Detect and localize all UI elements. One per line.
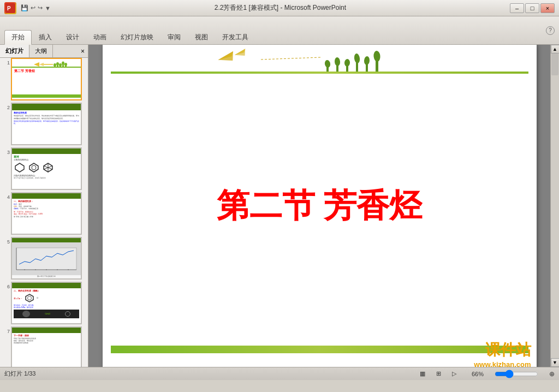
slide-thumb-7: 下一节课：烷烃 甲烷 乙烷 丙烷等烷烃化学性质 烷烃：卤代反应、氧化反应 同系物… [11,326,82,367]
slide-number-2: 2 [0,103,10,110]
watermark-url: www.kjzhan.com [474,360,531,367]
slide-number-5: 5 [0,237,10,245]
tab-view[interactable]: 视图 [188,30,215,44]
svg-point-12 [62,62,64,66]
slide-panel: 幻灯片 大纲 × 1 第二节 芳香烃 [0,45,88,367]
tab-slideshow[interactable]: 幻灯片放映 [114,30,160,44]
slide-number-1: 1 [0,58,10,66]
zoom-slider[interactable] [495,371,538,377]
slide-item-1[interactable]: 1 第二节 芳香烃 [0,58,88,100]
svg-text:P: P [7,5,11,11]
svg-marker-30 [26,294,33,302]
zoom-fit[interactable]: ⊕ [549,370,555,378]
svg-marker-36 [234,49,247,58]
svg-point-47 [364,56,370,66]
slide-item-3[interactable]: 3 苯环 1.苯的结构特点: [0,147,88,190]
panel-tabs: 幻灯片 大纲 × [0,45,88,58]
quick-dropdown[interactable]: ▼ [45,5,51,11]
slide-item-5[interactable]: 5 [0,237,88,280]
tab-animation[interactable]: 动画 [86,30,114,44]
close-panel-button[interactable]: × [78,45,88,57]
svg-marker-16 [29,163,38,172]
ribbon: 开始 插入 设计 动画 幻灯片放映 审阅 视图 开发工具 ? [0,16,559,45]
svg-point-6 [53,63,56,67]
svg-rect-22 [16,248,76,270]
v-scrollbar: ▲ ▼ [550,45,559,367]
scrollbar-up[interactable]: ▲ [551,45,560,54]
tab-review[interactable]: 审阅 [160,30,188,44]
tab-insert[interactable]: 插入 [32,30,59,44]
slide-bottom-bar [111,346,528,353]
ribbon-tab-list: 开始 插入 设计 动画 幻灯片放映 审阅 视图 开发工具 [0,16,260,44]
slide-decoration [201,47,528,75]
restore-button[interactable]: □ [525,3,539,13]
svg-point-31 [28,296,32,300]
slide-item-6[interactable]: 6 二、苯的化学性质（概略） 苯+Cl₂→ [0,282,88,324]
minimize-button[interactable]: – [510,3,524,13]
main-area: 幻灯片 大纲 × 1 第二节 芳香烃 [0,45,559,367]
svg-marker-33 [217,51,235,64]
quick-redo[interactable]: ↪ [38,4,43,11]
svg-marker-15 [15,163,24,172]
svg-point-45 [353,53,360,63]
slide-item-4[interactable]: 4 一、苯的物理性质： 状态：液态 色味：无色，有特殊气味 溶解性：不溶于水，与… [0,192,88,235]
slide-number-3: 3 [0,147,10,155]
view-slideshow[interactable]: ▷ [452,370,456,377]
content-area: 第二节 芳香烃 课件站 www.kjzhan.com [88,45,550,367]
window-title: 2.2芳香烃1 [兼容模式] - Microsoft PowerPoint [51,3,510,13]
tab-start[interactable]: 开始 [4,30,32,45]
app-logo: P [4,2,16,14]
title-bar: P 💾 ↩ ↪ ▼ 2.2芳香烃1 [兼容模式] - Microsoft Pow… [0,0,559,16]
slide-item-2[interactable]: 2 苯的化学性质 苯的卤代反应、硝化反应等化学性质。苯在铁催化作用下与氯反应生成… [0,103,88,145]
svg-point-8 [56,62,59,66]
slide-list: 1 第二节 芳香烃 [0,58,88,367]
slide-info: 幻灯片 1/33 [4,370,35,378]
svg-marker-3 [39,63,44,66]
view-normal[interactable]: ▦ [420,370,425,377]
view-slide-sorter[interactable]: ⊞ [436,370,441,377]
quick-undo[interactable]: ↩ [31,4,35,11]
slide-number-7: 7 [0,326,10,334]
panel-tab-slides[interactable]: 幻灯片 [0,45,29,57]
scrollbar-track[interactable] [551,54,559,358]
svg-point-17 [32,165,36,170]
watermark-title: 课件站 [474,340,531,360]
slide-thumb-6: 二、苯的化学性质（概略） 苯+Cl₂→ Cl [11,282,82,324]
slide-number-6: 6 [0,282,10,289]
slide-thumb-5: 图x-x 苯分子轨道能量分布 [11,237,82,280]
scrollbar-down[interactable]: ▼ [551,358,560,367]
svg-point-10 [59,63,62,67]
slide-number-4: 4 [0,192,10,200]
watermark: 课件站 www.kjzhan.com [474,340,531,367]
svg-line-37 [261,57,321,60]
slide-thumb-3: 苯环 1.苯的结构特点: [11,147,82,190]
slide-stage[interactable]: 第二节 芳香烃 课件站 www.kjzhan.com [103,45,537,367]
svg-point-14 [64,63,67,66]
slide-thumb-2: 苯的化学性质 苯的卤代反应、硝化反应等化学性质。苯在铁催化作用下与氯反应生成氯苯… [11,103,82,145]
svg-point-41 [334,57,340,67]
help-button[interactable]: ? [542,16,559,44]
slide-item-7[interactable]: 7 下一节课：烷烃 甲烷 乙烷 丙烷等烷烃化学性质 烷烃：卤代反应、氧化反应 同… [0,326,88,367]
zoom-level: 66% [472,371,484,377]
slide-thumb-1: 第二节 芳香烃 [11,58,82,100]
window-controls: – □ × [510,3,555,13]
slide-thumb-4: 一、苯的物理性质： 状态：液态 色味：无色，有特殊气味 溶解性：不溶于水，与有机… [11,192,82,235]
quick-save[interactable]: 💾 [21,4,28,11]
slide-title: 第二节 芳香烃 [217,184,423,228]
close-button[interactable]: × [540,3,555,13]
svg-point-39 [324,60,330,68]
svg-marker-2 [34,62,39,67]
svg-point-49 [373,51,380,62]
tab-developer[interactable]: 开发工具 [215,30,255,44]
status-bar: 幻灯片 1/33 ▦ ⊞ ▷ 66% ⊕ [0,367,559,380]
tab-design[interactable]: 设计 [59,30,86,44]
panel-tab-outline[interactable]: 大纲 [29,45,53,57]
svg-point-43 [344,59,350,67]
